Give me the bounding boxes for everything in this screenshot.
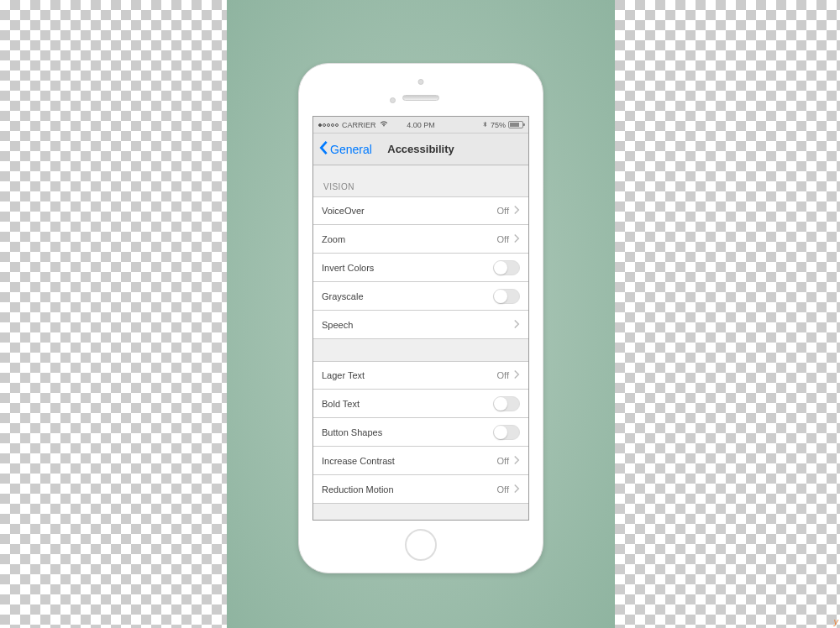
row-label: Zoom <box>322 234 345 244</box>
chevron-right-icon <box>513 205 520 217</box>
back-label: General <box>330 143 372 156</box>
row-grayscale[interactable]: Grayscale <box>313 282 528 311</box>
phone-sensor <box>390 97 396 103</box>
chevron-right-icon <box>513 233 520 245</box>
row-label: Grayscale <box>322 291 364 301</box>
row-label: Bold Text <box>322 399 360 409</box>
row-value: Off <box>497 484 509 495</box>
battery-icon <box>508 121 523 128</box>
row-label: Lager Text <box>322 370 365 380</box>
time-label: 4.00 PM <box>407 121 435 129</box>
row-button-shapes[interactable]: Button Shapes <box>313 418 528 447</box>
chevron-right-icon <box>513 369 520 381</box>
section-vision: VoiceOver Off Zoom Off Invert Colors <box>313 196 528 339</box>
wifi-icon <box>380 120 388 130</box>
chevron-left-icon <box>318 140 328 158</box>
settings-content[interactable]: VISION VoiceOver Off Zoom Off <box>313 165 528 520</box>
row-label: VoiceOver <box>322 206 365 216</box>
chevron-right-icon <box>513 484 520 495</box>
phone-screen: CARRIER 4.00 PM 75% General <box>312 116 529 521</box>
row-value: Off <box>497 456 509 466</box>
row-bold-text[interactable]: Bold Text <box>313 390 528 418</box>
row-value: Off <box>497 206 509 216</box>
status-bar: CARRIER 4.00 PM 75% <box>313 117 528 133</box>
toggle-grayscale[interactable] <box>493 289 520 304</box>
nav-title: Accessibility <box>387 143 454 155</box>
section-text: Lager Text Off Bold Text Button Shapes <box>313 361 528 504</box>
row-increase-contrast[interactable]: Increase Contrast Off <box>313 447 528 475</box>
phone-camera <box>418 79 424 85</box>
nav-bar: General Accessibility <box>313 133 528 165</box>
battery-pct-label: 75% <box>491 121 506 129</box>
row-reduce-motion[interactable]: Reduction Motion Off <box>313 475 528 504</box>
toggle-button-shapes[interactable] <box>493 425 520 440</box>
section-spacer <box>313 339 528 361</box>
home-button[interactable] <box>405 529 437 561</box>
carrier-label: CARRIER <box>342 121 376 129</box>
toggle-bold-text[interactable] <box>493 396 520 411</box>
row-zoom[interactable]: Zoom Off <box>313 225 528 254</box>
bluetooth-icon <box>482 120 488 130</box>
row-label: Invert Colors <box>322 263 374 273</box>
chevron-right-icon <box>513 455 520 467</box>
row-value: Off <box>497 370 509 380</box>
phone-frame: CARRIER 4.00 PM 75% General <box>298 63 543 573</box>
row-voiceover[interactable]: VoiceOver Off <box>313 196 528 225</box>
section-header-vision: VISION <box>313 165 528 196</box>
row-label: Increase Contrast <box>322 456 395 466</box>
footer-credit: y <box>834 616 839 626</box>
row-label: Reduction Motion <box>322 484 394 495</box>
row-larger-text[interactable]: Lager Text Off <box>313 361 528 390</box>
toggle-invert-colors[interactable] <box>493 260 520 275</box>
row-label: Speech <box>322 320 353 330</box>
row-label: Button Shapes <box>322 427 382 437</box>
row-value: Off <box>497 234 509 244</box>
signal-icon <box>318 123 339 127</box>
phone-speaker <box>402 95 439 101</box>
chevron-right-icon <box>513 319 520 331</box>
row-invert-colors[interactable]: Invert Colors <box>313 254 528 282</box>
back-button[interactable]: General <box>318 140 372 158</box>
row-speech[interactable]: Speech <box>313 311 528 339</box>
